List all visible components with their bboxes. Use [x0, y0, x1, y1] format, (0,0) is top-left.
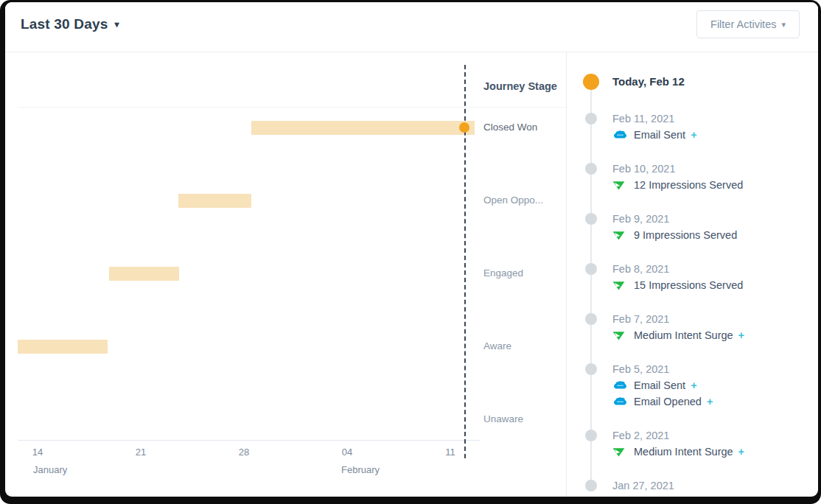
date-range-dropdown[interactable]: Last 30 Days▾ — [21, 16, 119, 32]
terminus-icon — [612, 280, 629, 291]
timeline-date: Feb 5, 2021 — [612, 361, 818, 377]
activity-label: Email Sent — [634, 127, 685, 143]
salesforce-icon — [612, 380, 629, 391]
terminus-icon — [612, 230, 629, 241]
timeline-entry: Jan 27, 2021 — [567, 477, 818, 494]
timeline-date: Feb 2, 2021 — [612, 427, 818, 444]
today-marker-dot — [459, 122, 469, 133]
stage-bar-engaged — [109, 267, 179, 281]
timeline-list: Today, Feb 12Feb 11, 2021Email Sent+Feb … — [567, 74, 818, 497]
terminus-icon — [612, 330, 629, 341]
timeline-entry: Feb 5, 2021Email Sent+Email Opened+ — [567, 361, 818, 410]
timeline-entry: Feb 11, 2021Email Sent+ — [567, 111, 818, 143]
activity-row: 15 Impressions Served — [612, 277, 818, 293]
filter-activities-label: Filter Activites — [710, 18, 776, 30]
salesforce-icon — [612, 396, 629, 407]
x-month-label: January — [33, 464, 67, 475]
timeline-date: Today, Feb 12 — [612, 74, 818, 90]
expand-plus-button[interactable]: + — [738, 327, 744, 343]
stage-label: Engaged — [483, 267, 523, 279]
stage-bar-closed-won — [251, 121, 475, 135]
journey-card: Last 30 Days▾ Filter Activites▾ Journey … — [5, 2, 818, 497]
timeline-entry: Feb 8, 202115 Impressions Served — [567, 261, 818, 293]
timeline-date: Feb 11, 2021 — [612, 111, 818, 127]
x-tick-label: 28 — [229, 447, 259, 458]
today-dot — [583, 74, 599, 90]
filter-activities-button[interactable]: Filter Activites▾ — [696, 10, 800, 38]
timeline-dot — [585, 430, 597, 441]
journey-stage-column-header: Journey Stage — [483, 80, 557, 92]
x-tick-label: 14 — [23, 447, 52, 458]
activity-row: 12 Impressions Served — [612, 177, 818, 193]
chevron-down-icon: ▾ — [115, 19, 119, 29]
activity-row: Email Opened+ — [612, 393, 818, 410]
timeline-dot — [585, 480, 597, 491]
activity-row: Email Sent+ — [612, 377, 818, 393]
activity-label: 15 Impressions Served — [634, 277, 743, 293]
timeline-dot — [585, 113, 597, 125]
activity-label: 9 Impressions Served — [634, 227, 737, 243]
timeline-date: Feb 7, 2021 — [612, 311, 818, 327]
activity-label: 12 Impressions Served — [634, 177, 743, 193]
x-month-label: February — [341, 464, 380, 475]
x-tick-label: 11 — [436, 447, 465, 458]
timeline-entry: Feb 2, 2021Medium Intent Surge+ — [567, 427, 818, 460]
activity-row: Medium Intent Surge+ — [612, 444, 818, 460]
x-tick-label: 04 — [332, 447, 362, 458]
timeline-date: Jan 27, 2021 — [612, 477, 818, 494]
activity-label: Medium Intent Surge — [634, 327, 733, 343]
activity-label: Email Sent — [634, 377, 685, 393]
terminus-icon — [612, 180, 629, 191]
timeline-dot — [585, 263, 597, 275]
timeline-entry: Feb 9, 20219 Impressions Served — [567, 211, 818, 243]
x-axis-line — [18, 440, 480, 441]
activity-label: Email Opened — [634, 393, 702, 410]
screenshot-root: Last 30 Days▾ Filter Activites▾ Journey … — [0, 0, 821, 504]
card-header: Last 30 Days▾ Filter Activites▾ — [5, 2, 818, 52]
stage-label: Open Oppo... — [483, 195, 543, 206]
stage-label: Closed Won — [483, 122, 537, 133]
activity-label: Medium Intent Surge — [634, 444, 733, 460]
stage-label: Aware — [483, 340, 511, 351]
timeline-dot — [585, 313, 597, 325]
expand-plus-button[interactable]: + — [691, 127, 696, 143]
chevron-down-icon: ▾ — [781, 20, 786, 29]
timeline-entry: Feb 10, 202112 Impressions Served — [567, 161, 818, 193]
activity-row: 9 Impressions Served — [612, 227, 818, 243]
salesforce-icon — [612, 130, 629, 141]
activity-timeline-panel[interactable]: Today, Feb 12Feb 11, 2021Email Sent+Feb … — [566, 52, 818, 497]
x-tick-label: 21 — [126, 447, 156, 458]
timeline-dot — [585, 213, 597, 225]
timeline-date: Feb 10, 2021 — [612, 161, 818, 177]
stage-label: Unaware — [483, 413, 523, 424]
timeline-date: Feb 8, 2021 — [612, 261, 818, 277]
timeline-dot — [585, 363, 597, 375]
timeline-entry: Today, Feb 12 — [567, 74, 818, 90]
activity-row: Medium Intent Surge+ — [612, 327, 818, 343]
activity-row: Email Sent+ — [612, 127, 818, 143]
expand-plus-button[interactable]: + — [738, 444, 744, 460]
expand-plus-button[interactable]: + — [707, 393, 713, 410]
stage-bar-open-oppo — [178, 194, 251, 208]
row-gridline — [18, 107, 566, 108]
terminus-icon — [612, 447, 629, 458]
timeline-entry: Feb 7, 2021Medium Intent Surge+ — [567, 311, 818, 343]
date-range-label: Last 30 Days — [21, 16, 108, 32]
stage-bar-aware — [18, 340, 108, 354]
expand-plus-button[interactable]: + — [691, 377, 696, 393]
timeline-dot — [585, 163, 597, 175]
journey-gantt-chart: Journey Stage Closed WonOpen Oppo...Enga… — [5, 52, 566, 497]
timeline-date: Feb 9, 2021 — [612, 211, 818, 227]
